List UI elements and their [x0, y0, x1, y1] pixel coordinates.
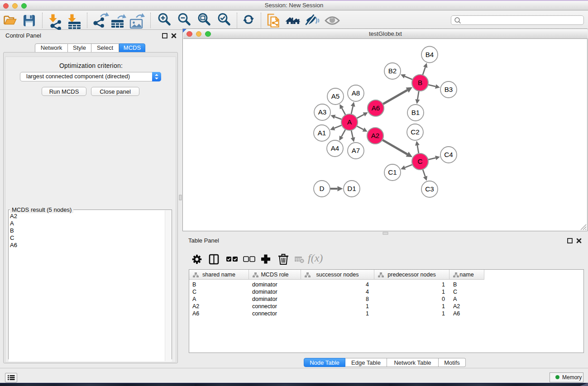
svg-text:A8: A8 [352, 89, 360, 97]
svg-text:C1: C1 [388, 168, 397, 176]
svg-text:C2: C2 [411, 128, 419, 136]
svg-text:B2: B2 [388, 67, 397, 75]
svg-text:B4: B4 [425, 51, 434, 58]
svg-text:C: C [418, 157, 423, 165]
svg-text:B3: B3 [445, 86, 453, 93]
svg-text:C3: C3 [425, 185, 434, 193]
svg-text:D1: D1 [347, 185, 356, 192]
svg-text:D: D [320, 185, 325, 192]
svg-text:B1: B1 [411, 109, 420, 116]
svg-text:A4: A4 [331, 144, 339, 152]
svg-text:C4: C4 [444, 151, 453, 158]
svg-text:A1: A1 [318, 129, 326, 137]
svg-text:A: A [347, 118, 352, 126]
svg-text:A5: A5 [331, 92, 340, 100]
svg-text:B: B [418, 79, 422, 86]
svg-text:A7: A7 [352, 147, 360, 154]
svg-text:A6: A6 [372, 104, 380, 112]
svg-text:A2: A2 [371, 132, 380, 139]
svg-text:A3: A3 [318, 108, 327, 116]
